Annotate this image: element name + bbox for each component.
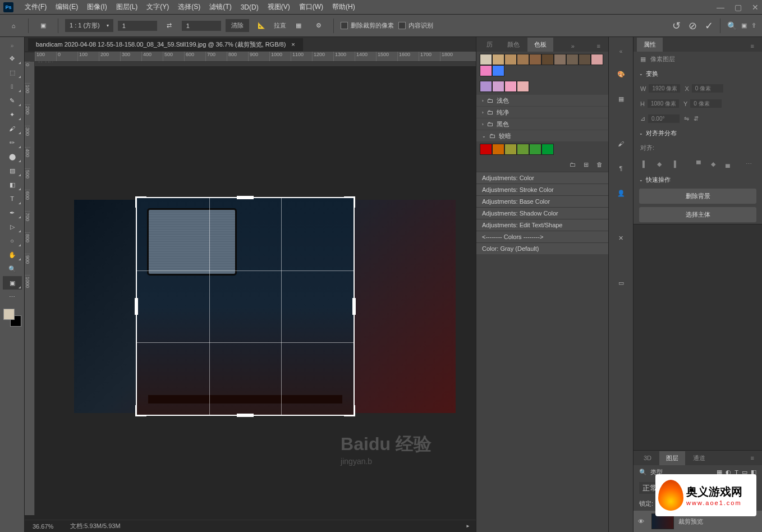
swatch[interactable]: [529, 144, 541, 155]
menu-layer[interactable]: 图层(L): [112, 2, 143, 12]
crop-height-input[interactable]: [182, 21, 221, 31]
ruler-vertical[interactable]: 01002003004005006007008009001000: [25, 62, 35, 515]
swatch[interactable]: [541, 54, 554, 65]
swatch[interactable]: [541, 144, 554, 155]
angle-input[interactable]: [648, 114, 680, 123]
select-subject-button[interactable]: 选择主体: [639, 207, 756, 222]
y-input[interactable]: [690, 99, 722, 108]
brush-tool[interactable]: 🖌: [3, 122, 22, 135]
tab-3d[interactable]: 3D: [637, 452, 658, 464]
document-tab[interactable]: bandicam 2020-04-08 12-55-18-158.00_08_3…: [28, 38, 303, 51]
clone-tool[interactable]: ⬤: [3, 150, 22, 163]
frame-layout-icon[interactable]: ▣: [741, 22, 747, 29]
zoom-level[interactable]: 36.67%: [33, 523, 53, 530]
layer-name-label[interactable]: 裁剪预览: [678, 517, 703, 526]
gradient-tool[interactable]: ▨: [3, 164, 22, 177]
swatch-group[interactable]: ›🗀纯净: [476, 107, 608, 118]
tab-history[interactable]: 历: [480, 38, 499, 52]
crop-handle-tl[interactable]: [135, 196, 146, 208]
crop-handle-br[interactable]: [344, 405, 355, 416]
tab-swatches[interactable]: 色板: [527, 38, 553, 52]
menu-image[interactable]: 图像(I): [82, 2, 111, 12]
maximize-button[interactable]: ▢: [735, 3, 742, 12]
swatch[interactable]: [517, 81, 529, 92]
swatch[interactable]: [480, 144, 492, 155]
align-top[interactable]: ▀: [693, 158, 704, 169]
document-size[interactable]: 文档:5.93M/5.93M: [70, 522, 120, 530]
align-center-v[interactable]: ◆: [708, 158, 719, 169]
align-left[interactable]: ▌: [639, 158, 650, 169]
swatch[interactable]: [492, 54, 504, 65]
quick-select-tool[interactable]: ✎: [3, 94, 22, 107]
paragraph-icon[interactable]: ¶: [614, 161, 628, 176]
swatch-group[interactable]: ›🗀浅色: [476, 95, 608, 106]
swatch[interactable]: [492, 65, 504, 76]
new-swatch-icon[interactable]: ⊞: [584, 161, 589, 168]
clear-button[interactable]: 清除: [226, 19, 249, 32]
menu-help[interactable]: 帮助(H): [328, 2, 360, 12]
menu-edit[interactable]: 编辑(E): [51, 2, 82, 12]
color-wheel-icon[interactable]: 🎨: [614, 67, 628, 81]
reset-crop-icon[interactable]: ↺: [672, 20, 681, 32]
swatch[interactable]: [504, 81, 517, 92]
align-bottom[interactable]: ▄: [722, 158, 733, 169]
crop-handle-r[interactable]: [352, 298, 356, 315]
aspect-ratio-dropdown[interactable]: 1 : 1 (方形)▾: [65, 19, 113, 32]
canvas-viewport[interactable]: Baidu 经验jingyan.b: [35, 76, 476, 498]
swatch[interactable]: [566, 54, 579, 65]
cancel-crop-icon[interactable]: ⊘: [688, 20, 697, 32]
adjustment-item[interactable]: Adjustments: Stroke Color: [476, 184, 608, 195]
search-icon[interactable]: 🔍: [727, 21, 737, 30]
adjustment-item[interactable]: <-------- Colors -------->: [476, 231, 608, 242]
remove-bg-button[interactable]: 删除背景: [639, 189, 756, 204]
flip-v-icon[interactable]: ⇵: [694, 115, 699, 122]
align-right[interactable]: ▐: [668, 158, 680, 169]
straighten-icon[interactable]: 📐: [254, 18, 269, 34]
crop-handle-tr[interactable]: [344, 196, 355, 208]
expand-panels-icon[interactable]: «: [617, 46, 625, 57]
overlay-grid-icon[interactable]: ▦: [291, 18, 306, 34]
close-window-button[interactable]: ✕: [752, 3, 759, 12]
minimize-button[interactable]: —: [717, 3, 724, 12]
align-center-h[interactable]: ◆: [654, 158, 665, 169]
swatch[interactable]: [517, 144, 529, 155]
menu-3d[interactable]: 3D(D): [236, 3, 263, 11]
pencil-tool[interactable]: ✏: [3, 136, 22, 149]
color-swatches[interactable]: [3, 309, 21, 327]
tab-layers[interactable]: 图层: [659, 451, 685, 465]
menu-filter[interactable]: 滤镜(T): [205, 2, 236, 12]
tab-color[interactable]: 颜色: [501, 38, 526, 52]
width-input[interactable]: [649, 84, 680, 93]
panel-collapse-icon[interactable]: »: [567, 40, 579, 52]
adjustment-item[interactable]: Adjustments: Base Color: [476, 195, 608, 207]
flip-h-icon[interactable]: ⇋: [684, 115, 689, 122]
shape-tool[interactable]: ○: [3, 234, 22, 247]
home-icon[interactable]: ⌂: [6, 18, 21, 34]
edit-toolbar[interactable]: ⋯: [3, 290, 22, 304]
menu-type[interactable]: 文字(Y): [142, 2, 173, 12]
menu-window[interactable]: 窗口(W): [295, 2, 328, 12]
close-tab-icon[interactable]: ×: [291, 41, 295, 48]
swatch[interactable]: [579, 54, 591, 65]
type-tool[interactable]: T: [3, 192, 22, 205]
adjustment-item[interactable]: Adjustments: Color: [476, 172, 608, 184]
swatch[interactable]: [480, 54, 492, 65]
content-aware-checkbox[interactable]: 内容识别: [398, 21, 433, 30]
layers-menu-icon[interactable]: ≡: [746, 452, 759, 464]
swatch[interactable]: [517, 54, 529, 65]
crop-handle-bl[interactable]: [135, 405, 146, 416]
marquee-tool[interactable]: ⬚: [3, 66, 22, 79]
crop-bounding-box[interactable]: [136, 197, 355, 416]
swatch[interactable]: [492, 144, 504, 155]
adjustment-item[interactable]: Adjustments: Shadow Color: [476, 207, 608, 219]
share-icon[interactable]: ⇪: [751, 22, 756, 29]
swatch[interactable]: [554, 54, 566, 65]
lasso-tool[interactable]: 𓂃: [3, 80, 22, 93]
menu-file[interactable]: 文件(F): [20, 2, 51, 12]
align-more-icon[interactable]: ⋯: [741, 158, 756, 170]
zoom-tool[interactable]: 🔍: [3, 262, 22, 276]
filter-kind-icon[interactable]: 🔍: [639, 469, 647, 476]
menu-select[interactable]: 选择(S): [173, 2, 205, 12]
crop-handle-t[interactable]: [237, 196, 254, 199]
height-input[interactable]: [648, 99, 679, 108]
